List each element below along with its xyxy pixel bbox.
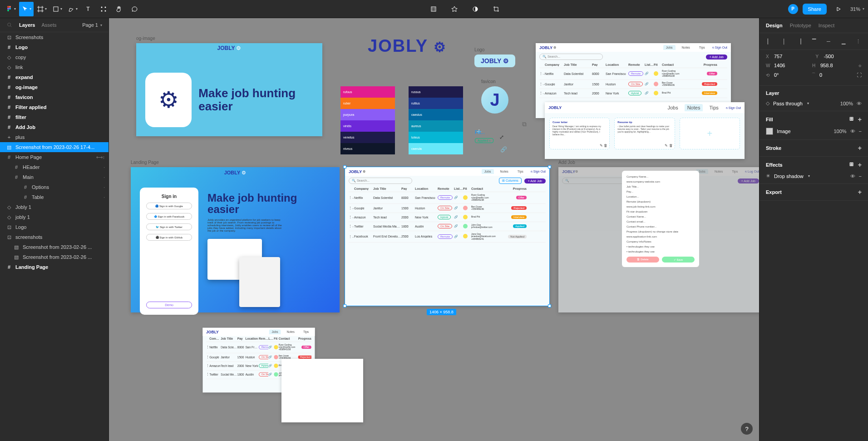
- add-stroke[interactable]: +: [858, 144, 862, 152]
- layer-row[interactable]: #Filter applied: [0, 102, 108, 112]
- fill-swatch[interactable]: [766, 128, 773, 135]
- prop-w[interactable]: 1406: [774, 63, 797, 68]
- frame-filter[interactable]: Filt... Applied×: [475, 137, 493, 143]
- align-hcenter[interactable]: │: [779, 37, 790, 46]
- distribute[interactable]: ⋮: [853, 37, 863, 46]
- frame-notes[interactable]: JOBLY⚙ JobsNotesTips ⎋ Sign Out Cover le…: [545, 102, 745, 159]
- effect-type[interactable]: Drop shadow: [774, 173, 804, 179]
- layer-row[interactable]: ◇Jobly 1: [0, 202, 108, 212]
- sso-github[interactable]: ⚫ Sign in with GitHub: [146, 234, 192, 241]
- layer-row[interactable]: #Main·: [0, 172, 108, 182]
- layer-row[interactable]: #filter: [0, 112, 108, 122]
- assets-tab[interactable]: Assets: [41, 22, 56, 28]
- layer-row[interactable]: ▧Screenshot from 2023-02-26 ...: [0, 252, 108, 262]
- effect-visibility[interactable]: 👁: [850, 173, 855, 179]
- frame-logo[interactable]: Logo JOBLY ⚙: [474, 55, 515, 67]
- frame-small-2[interactable]: [281, 359, 363, 422]
- visibility-toggle[interactable]: 👁: [857, 101, 862, 106]
- layer-row[interactable]: #expand: [0, 72, 108, 82]
- prop-h[interactable]: 958.8: [820, 63, 843, 68]
- prop-x[interactable]: 757: [774, 54, 797, 59]
- layer-row[interactable]: #HEader·: [0, 162, 108, 172]
- fill-styles-icon[interactable]: ⊞: [849, 116, 853, 123]
- page-selector[interactable]: Page 1▾: [82, 22, 102, 28]
- align-left[interactable]: ▏: [764, 37, 775, 46]
- sso-twitter[interactable]: 🐦 Sign in with Twitter: [146, 223, 192, 230]
- sso-google[interactable]: 🔵 Sign in with Google: [146, 203, 192, 209]
- layer-row[interactable]: #Options·: [0, 182, 108, 192]
- fill-visibility[interactable]: 👁: [850, 129, 855, 134]
- layer-row[interactable]: #Landing Page: [0, 262, 108, 272]
- present-button[interactable]: [831, 2, 846, 16]
- frame-og-image[interactable]: og-image JOBLY ⚙ ⚙ Make job hunting easi…: [136, 43, 322, 136]
- user-avatar[interactable]: P: [788, 4, 798, 14]
- layer-row[interactable]: ⊡screenshots: [0, 232, 108, 242]
- og-title: Make job hunting easier: [198, 87, 313, 113]
- hand-tool[interactable]: [112, 2, 126, 16]
- layer-row[interactable]: #Table·: [0, 192, 108, 202]
- palette-2[interactable]: russusrutiluscaesiusaureusluteuscaerula: [409, 86, 463, 154]
- layer-row[interactable]: #og-image: [0, 82, 108, 92]
- resources-tool[interactable]: [96, 2, 111, 16]
- align-bottom[interactable]: ▁: [838, 37, 849, 46]
- sso-facebook[interactable]: 🔷 Sign in with Facebook: [146, 213, 192, 220]
- search-icon[interactable]: [6, 22, 13, 28]
- constrain-icon[interactable]: ⟐: [858, 63, 862, 68]
- text-tool[interactable]: T: [81, 2, 95, 16]
- frame-tool[interactable]: ▾: [35, 2, 49, 16]
- remove-effect[interactable]: −: [859, 173, 862, 179]
- inspect-tab[interactable]: Inspect: [819, 23, 834, 28]
- palette-1[interactable]: rufousruberpurpuraviridisvenetusniveus: [340, 86, 395, 154]
- frame-landing[interactable]: Landing Page JOBLY ⚙ Sign in 🔵 Sign in w…: [131, 167, 340, 312]
- demo-btn[interactable]: Demo: [146, 302, 192, 308]
- layer-row[interactable]: #Add Job: [0, 122, 108, 132]
- component-tool[interactable]: [426, 2, 441, 16]
- add-export[interactable]: +: [858, 188, 862, 196]
- shape-tool[interactable]: ▾: [50, 2, 64, 16]
- layer-row[interactable]: ◇copy: [0, 52, 108, 62]
- copy-icon[interactable]: ⧉: [522, 120, 527, 128]
- comment-tool[interactable]: [127, 2, 142, 16]
- prop-radius[interactable]: 0: [819, 72, 842, 78]
- layer-row[interactable]: ⊡Screenshots: [0, 32, 108, 42]
- layer-row[interactable]: ◇link: [0, 62, 108, 72]
- prop-rotation[interactable]: 0°: [774, 72, 797, 78]
- boolean-tool[interactable]: [468, 2, 483, 16]
- canvas[interactable]: og-image JOBLY ⚙ ⚙ Make job hunting easi…: [109, 18, 759, 441]
- help-button[interactable]: ?: [741, 423, 753, 435]
- remove-fill[interactable]: −: [859, 129, 862, 134]
- zoom-level[interactable]: 31%▾: [850, 6, 864, 12]
- svg-rect-1: [9, 6, 11, 8]
- design-tab[interactable]: Design: [766, 23, 783, 28]
- add-effect[interactable]: +: [858, 161, 862, 168]
- align-vcenter[interactable]: ─: [823, 37, 834, 46]
- share-button[interactable]: Share: [803, 4, 827, 15]
- logo-text[interactable]: JOBLY ⚙: [368, 36, 447, 56]
- layer-row[interactable]: +plus: [0, 132, 108, 142]
- move-tool[interactable]: ▾: [19, 2, 34, 16]
- effect-styles-icon[interactable]: ⊞: [849, 161, 853, 168]
- layer-row[interactable]: #Home Page⟷↕: [0, 152, 108, 162]
- layer-row[interactable]: #favicon: [0, 92, 108, 102]
- pen-tool[interactable]: ▾: [65, 2, 80, 16]
- layer-row[interactable]: #Logo: [0, 42, 108, 52]
- layer-row[interactable]: ⊡Logo: [0, 222, 108, 232]
- frame-favicon[interactable]: favicon J: [481, 86, 508, 114]
- frame-addjob[interactable]: Add Job JOBLY⚙ JobsNotesTips ⎋ Log Out 🔍…: [558, 167, 759, 312]
- figma-menu[interactable]: ▾: [4, 2, 18, 16]
- layer-row[interactable]: ▧Screenshot from 2023-02-26 17-4...: [0, 142, 108, 152]
- align-right[interactable]: ▕: [794, 37, 804, 46]
- mask-tool[interactable]: [447, 2, 462, 16]
- clip-icon[interactable]: ⛶: [857, 72, 862, 78]
- add-fill[interactable]: +: [858, 116, 862, 123]
- expand-icon[interactable]: ⤢: [499, 134, 504, 140]
- blend-mode[interactable]: Pass through: [773, 101, 803, 106]
- layer-row[interactable]: ▧Screenshot from 2023-02-26 ...: [0, 242, 108, 252]
- crop-tool[interactable]: [489, 2, 503, 16]
- layers-tab[interactable]: Layers: [19, 22, 35, 28]
- align-top[interactable]: ▔: [809, 37, 819, 46]
- layer-row[interactable]: ◇jobly 1: [0, 212, 108, 222]
- prop-y[interactable]: -500: [824, 54, 847, 59]
- prototype-tab[interactable]: Prototype: [790, 23, 811, 28]
- link-icon[interactable]: 🔗: [500, 146, 507, 153]
